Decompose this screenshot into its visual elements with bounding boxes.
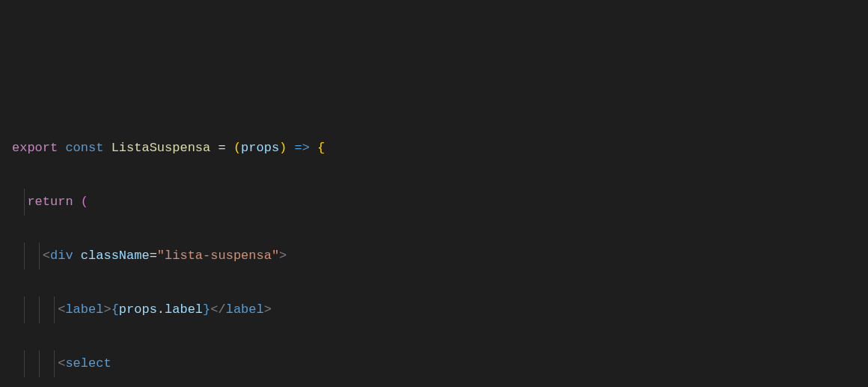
keyword-return: return (27, 195, 73, 209)
jsx-tag-div: div (50, 249, 73, 263)
code-editor[interactable]: export const ListaSuspensa = (props) => … (0, 108, 868, 387)
jsx-tag-select: select (65, 356, 111, 371)
code-line-1: export const ListaSuspensa = (props) => … (12, 135, 856, 162)
function-name: ListaSuspensa (111, 141, 211, 155)
code-line-3: <div className="lista-suspensa"> (12, 243, 856, 269)
code-line-5: <select (12, 350, 856, 377)
keyword-const: const (65, 141, 103, 155)
keyword-export: export (12, 141, 58, 155)
code-line-2: return ( (12, 189, 856, 216)
jsx-tag-label: label (65, 302, 103, 317)
code-line-4: <label>{props.label}</label> (12, 296, 856, 323)
